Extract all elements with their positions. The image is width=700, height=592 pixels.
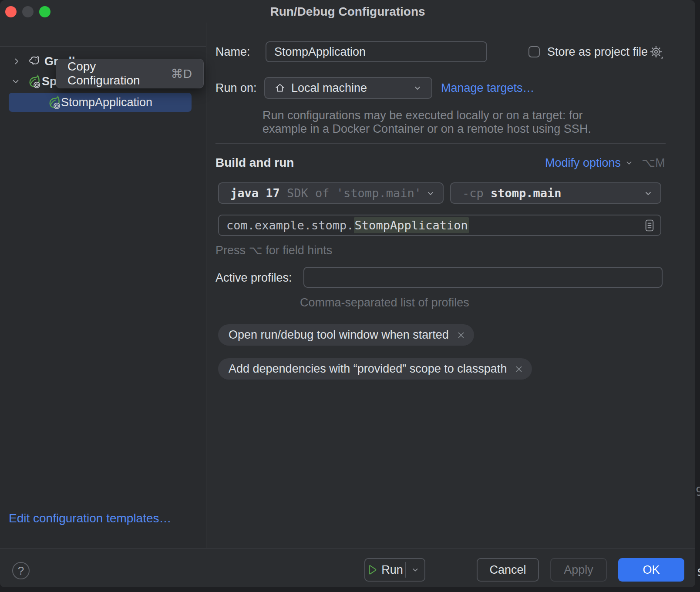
active-profiles-label: Active profiles: xyxy=(215,271,292,285)
chevron-down-icon xyxy=(643,188,653,198)
modify-options-row: Modify options ⌥M xyxy=(545,156,665,170)
chevron-down-icon[interactable] xyxy=(10,76,21,87)
sidebar-divider xyxy=(206,23,206,548)
backdrop-line-number: 9 xyxy=(696,484,700,499)
run-button-label: Run xyxy=(381,563,403,577)
menu-item-label: Copy Configuration xyxy=(67,60,171,87)
spring-boot-icon xyxy=(26,74,41,89)
run-on-description: Run configurations may be executed local… xyxy=(262,109,591,136)
close-icon[interactable] xyxy=(457,331,465,340)
screen: { "window": { "title": "Run/Debug Config… xyxy=(0,0,700,592)
configurations-tree: Gradle Sp xyxy=(0,47,206,548)
jre-value: java 17 xyxy=(230,186,280,200)
run-on-label: Run on: xyxy=(215,81,257,95)
modify-options-label: Modify options xyxy=(545,156,621,170)
classpath-module-combobox[interactable]: -cp stomp.main xyxy=(450,182,661,204)
spring-boot-icon xyxy=(46,95,61,110)
chip-open-tool-window: Open run/debug tool window when started xyxy=(218,324,474,346)
gear-icon xyxy=(649,53,663,61)
copy-configuration-menu-item[interactable]: Copy Configuration ⌘D xyxy=(56,59,204,88)
jre-combobox[interactable]: java 17 SDK of 'stomp.main' mo xyxy=(218,182,444,204)
tree-item-spring-boot[interactable]: Sp xyxy=(0,72,57,91)
edit-configuration-templates-link[interactable]: Edit configuration templates… xyxy=(9,511,172,525)
name-input[interactable] xyxy=(266,42,486,61)
description-line-2: example in a Docker Container or on a re… xyxy=(262,122,591,136)
run-play-icon xyxy=(367,565,377,575)
chevron-down-icon xyxy=(412,83,423,93)
active-profiles-hint: Comma-separated list of profiles xyxy=(300,296,469,309)
menu-item-shortcut: ⌘D xyxy=(171,67,192,81)
main-class-field[interactable]: com.example.stomp.StompApplication xyxy=(218,215,661,236)
modify-options-link[interactable]: Modify options xyxy=(545,156,634,170)
help-button[interactable]: ? xyxy=(12,562,30,579)
section-divider xyxy=(215,143,666,144)
run-debug-configurations-dialog: Run/Debug Configurations xyxy=(0,0,695,587)
close-icon[interactable] xyxy=(515,365,523,373)
main-class-name: StompApplication xyxy=(354,217,469,233)
field-hints-text: Press ⌥ for field hints xyxy=(215,243,332,257)
run-split-button: Run xyxy=(364,558,425,582)
run-on-value: Local machine xyxy=(291,81,412,95)
dialog-footer: ? Run Cancel Apply OK xyxy=(0,548,695,587)
gradle-elephant-icon xyxy=(28,55,42,67)
modify-options-shortcut: ⌥M xyxy=(642,156,665,170)
description-line-1: Run configurations may be executed local… xyxy=(262,109,591,122)
ok-button[interactable]: OK xyxy=(618,558,684,582)
tree-item-stomp-application-selected[interactable]: StompApplication xyxy=(9,93,192,112)
chevron-down-icon xyxy=(624,158,634,168)
store-settings-gear-button[interactable] xyxy=(649,44,663,61)
title-bar: Run/Debug Configurations xyxy=(0,0,695,23)
chevron-right-icon[interactable] xyxy=(11,56,22,67)
tree-item-label: Sp xyxy=(42,75,57,88)
tree-item-label: StompApplication xyxy=(61,96,152,109)
question-mark-icon: ? xyxy=(18,564,24,578)
chevron-down-icon xyxy=(425,188,436,198)
classpath-flag: -cp xyxy=(462,186,484,200)
build-and-run-title: Build and run xyxy=(215,156,294,170)
footer-action-buttons: Cancel Apply OK xyxy=(477,558,684,582)
chip-provided-scope: Add dependencies with “provided” scope t… xyxy=(218,358,532,380)
name-label: Name: xyxy=(215,45,250,59)
active-profiles-input[interactable] xyxy=(304,268,662,287)
main-class-package: com.example.stomp. xyxy=(226,219,354,232)
home-icon xyxy=(274,82,286,94)
run-on-combobox[interactable]: Local machine xyxy=(264,77,432,99)
store-as-project-file-checkbox[interactable] xyxy=(528,46,540,57)
name-field[interactable] xyxy=(266,41,487,62)
dialog-title: Run/Debug Configurations xyxy=(0,0,695,23)
configurations-toolbar: a z xyxy=(0,23,206,47)
store-as-project-file-label: Store as project file xyxy=(547,45,648,59)
cancel-button[interactable]: Cancel xyxy=(477,558,539,582)
browse-main-class-icon[interactable] xyxy=(644,219,655,232)
active-profiles-field[interactable] xyxy=(303,267,663,288)
chip-label: Add dependencies with “provided” scope t… xyxy=(229,362,507,376)
run-options-chevron-button[interactable] xyxy=(406,565,424,575)
run-button[interactable]: Run xyxy=(365,563,405,577)
backdrop-partial-char: s xyxy=(697,564,700,579)
apply-button[interactable]: Apply xyxy=(550,558,607,582)
classpath-module-value: stomp.main xyxy=(491,186,562,200)
chip-label: Open run/debug tool window when started xyxy=(229,328,449,342)
manage-targets-link[interactable]: Manage targets… xyxy=(441,81,535,95)
jre-description: SDK of 'stomp.main' mo xyxy=(287,186,423,200)
